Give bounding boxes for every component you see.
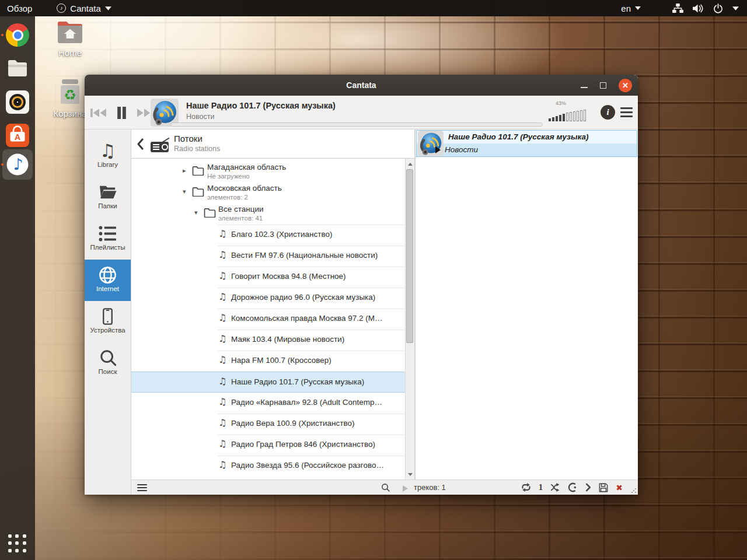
single-icon[interactable]: 1: [539, 482, 543, 492]
station-row[interactable]: ♫Маяк 103.4 (Мировые новости): [131, 330, 405, 351]
station-row[interactable]: ♫Дорожное радио 96.0 (Русская музыка): [131, 288, 405, 309]
volume-bar[interactable]: [573, 111, 575, 121]
volume-bar[interactable]: [577, 111, 579, 121]
collapsed-arrow-icon[interactable]: ▸: [183, 167, 186, 174]
dock-item-ubuntu-software[interactable]: A: [5, 123, 30, 148]
language-indicator[interactable]: en: [621, 4, 641, 13]
sidebar-item-internet[interactable]: Internet: [85, 260, 131, 301]
main-menu-icon[interactable]: [620, 107, 633, 117]
scroll-down-arrow-icon[interactable]: [406, 470, 414, 478]
scrollbar-thumb[interactable]: [406, 169, 413, 343]
tracks-count-label: треков: 1: [414, 480, 446, 495]
volume-bar[interactable]: [584, 110, 586, 121]
power-icon[interactable]: [713, 4, 723, 13]
cantata-app-icon: ♪: [57, 4, 66, 13]
search-icon[interactable]: [381, 483, 390, 494]
volume-bar[interactable]: [580, 110, 582, 121]
maximize-button[interactable]: [600, 82, 606, 89]
volume-bar[interactable]: [552, 117, 554, 121]
chevron-down-icon[interactable]: [732, 6, 739, 10]
folder-icon: [204, 208, 216, 220]
station-row[interactable]: ♫Вести FM 97.6 (Национальные новости): [131, 246, 405, 267]
volume-bar[interactable]: [549, 118, 551, 121]
network-icon[interactable]: [672, 4, 683, 13]
view-sidebar: ♫LibraryПапкиПлейлистыInternetУстройства…: [85, 130, 131, 495]
playqueue-menu-icon[interactable]: [137, 484, 147, 491]
info-icon[interactable]: i: [601, 105, 615, 120]
station-row[interactable]: ♫Благо 102.3 (Христианство): [131, 225, 405, 246]
dock-item-media-player[interactable]: [5, 89, 30, 115]
expanded-arrow-icon[interactable]: ▾: [183, 188, 186, 195]
sidebar-item-library[interactable]: ♫Library: [85, 135, 131, 177]
back-chevron-icon[interactable]: [137, 138, 144, 152]
tree-folder-row[interactable]: ▸Магаданская областьНе загружено: [131, 162, 405, 183]
dock-item-cantata[interactable]: ♪: [2, 149, 33, 180]
station-row[interactable]: ♫Радио Вера 100.9 (Христианство): [131, 414, 405, 435]
tree-folder-row[interactable]: ▾Московская областьэлементов: 2: [131, 183, 405, 204]
shuffle-icon[interactable]: [550, 483, 560, 492]
station-name: Комсомольская правда Москва 97.2 (М…: [231, 314, 383, 323]
music-note-icon: ♫: [218, 355, 226, 365]
window-titlebar[interactable]: Cantata ✕: [85, 75, 638, 96]
player-toolbar: Наше Радио 101.7 (Русская музыка) Новост…: [85, 96, 638, 130]
station-row[interactable]: ♫Комсомольская правда Москва 97.2 (М…: [131, 309, 405, 330]
pause-button[interactable]: [113, 107, 130, 119]
folder-icon: [192, 187, 204, 199]
language-label: en: [621, 4, 631, 13]
sidebar-item-label: Папки: [85, 202, 131, 209]
music-note-icon: ♫: [218, 292, 226, 302]
volume-bar[interactable]: [559, 115, 561, 121]
volume-bar[interactable]: [570, 112, 572, 121]
vertical-scrollbar[interactable]: [405, 159, 414, 480]
volume-bar[interactable]: [556, 116, 558, 121]
search-icon: [85, 348, 131, 368]
station-name: Радио «Карнавал» 92.8 (Adult Contemp…: [231, 398, 382, 407]
tree-folder-row[interactable]: ▾Все станцииэлементов: 41: [131, 204, 405, 225]
activities-label: Обзор: [7, 4, 32, 13]
launcher-dock: A♪: [0, 16, 35, 560]
devices-icon: [85, 306, 131, 326]
dock-item-files[interactable]: [5, 56, 30, 82]
resize-grip[interactable]: [631, 488, 637, 494]
activities-button[interactable]: Обзор: [0, 0, 39, 16]
sidebar-item-устройства[interactable]: Устройства: [85, 301, 131, 342]
repeat-icon[interactable]: [521, 482, 531, 492]
cantata-icon: ♪: [4, 151, 31, 178]
station-row[interactable]: ♫Нара FM 100.7 (Кроссовер): [131, 351, 405, 372]
volume-icon[interactable]: [693, 4, 704, 13]
running-indicator-dot: [1, 163, 4, 166]
sidebar-item-плейлисты[interactable]: Плейлисты: [85, 218, 131, 260]
sidebar-item-поиск[interactable]: Поиск: [85, 342, 131, 384]
station-row[interactable]: ♫Радио «Карнавал» 92.8 (Adult Contemp…: [131, 393, 405, 414]
dock-item-chrome[interactable]: [5, 22, 30, 48]
close-button[interactable]: ✕: [619, 79, 632, 92]
app-menu-label: Cantata: [70, 4, 101, 13]
volume-control[interactable]: 43%: [549, 100, 596, 125]
expanded-arrow-icon[interactable]: ▾: [194, 209, 198, 216]
desktop-icon-home[interactable]: Home: [50, 20, 90, 58]
station-row[interactable]: ♫Наше Радио 101.7 (Русская музыка): [131, 372, 405, 393]
play-icon[interactable]: [402, 484, 409, 495]
scroll-up-arrow-icon[interactable]: [406, 160, 414, 168]
minimize-button[interactable]: [581, 87, 588, 88]
app-menu[interactable]: ♪ Cantata: [50, 0, 118, 16]
volume-bar[interactable]: [563, 114, 565, 121]
clear-playqueue-icon[interactable]: ✖: [616, 483, 623, 492]
library-icon: ♫: [85, 141, 131, 160]
playqueue-item[interactable]: Наше Радио 101.7 (Русская музыка) Новост…: [416, 130, 637, 157]
station-row[interactable]: ♫Говорит Москва 94.8 (Местное): [131, 267, 405, 288]
previous-button[interactable]: [89, 107, 107, 118]
save-playlist-icon[interactable]: [599, 483, 608, 492]
station-row[interactable]: ♫Радио Град Петров 846 (Христианство): [131, 435, 405, 456]
sidebar-item-папки[interactable]: Папки: [85, 177, 131, 218]
volume-bar[interactable]: [566, 113, 568, 121]
consume-icon[interactable]: [568, 482, 578, 492]
cantata-window: Cantata ✕: [85, 75, 638, 495]
chevron-down-icon: [635, 6, 641, 10]
station-name: Радио Вера 100.9 (Христианство): [231, 419, 355, 428]
track-progress-bar[interactable]: [170, 123, 543, 127]
station-row[interactable]: ♫Радио Звезда 95.6 (Российское разгово…: [131, 456, 405, 477]
station-name: Нара FM 100.7 (Кроссовер): [231, 356, 331, 365]
stop-after-icon[interactable]: [585, 483, 591, 492]
show-applications-grid-icon[interactable]: [8, 534, 27, 553]
